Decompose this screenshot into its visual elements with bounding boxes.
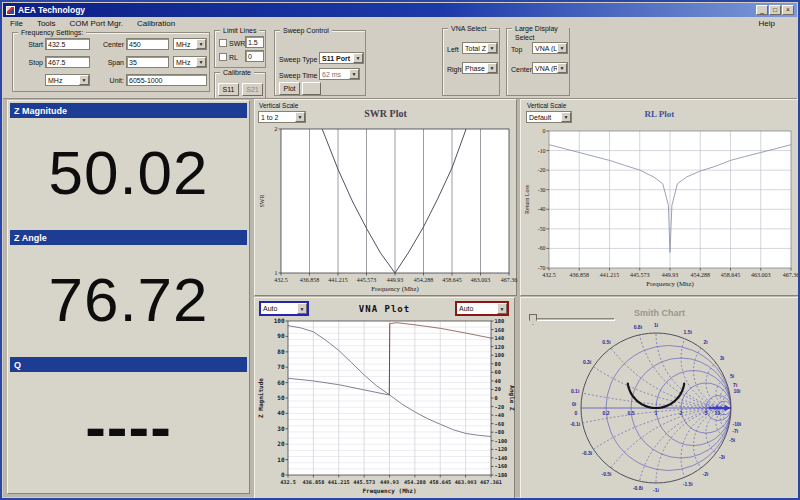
svg-text:-0.1i: -0.1i bbox=[570, 421, 581, 427]
svg-text:436.858: 436.858 bbox=[302, 479, 324, 485]
vna-plot-canvas: 432.5436.858441.215445.573449.93454.2884… bbox=[255, 298, 516, 500]
menu-file[interactable]: File bbox=[3, 19, 30, 28]
rl-plot-panel: Vertical Scale Default ▼ RL Plot 432.543… bbox=[520, 99, 799, 296]
rl-limit-checkbox[interactable] bbox=[219, 53, 227, 61]
plot-button[interactable]: Plot bbox=[279, 82, 300, 95]
start-stop-unit-select[interactable]: MHz ▼ bbox=[45, 74, 90, 86]
unit-model-field[interactable] bbox=[126, 74, 207, 86]
limit-lines-group: Limit Lines SWR RL bbox=[214, 30, 266, 68]
svg-text:432.5: 432.5 bbox=[542, 272, 556, 278]
svg-text:Z Magnitude: Z Magnitude bbox=[257, 378, 265, 418]
display-top-value: VNA (L) bbox=[533, 45, 557, 52]
svg-text:100: 100 bbox=[274, 317, 285, 324]
svg-text:-140: -140 bbox=[495, 455, 508, 461]
svg-text:-80: -80 bbox=[495, 429, 505, 435]
svg-text:20: 20 bbox=[495, 386, 501, 392]
span-field[interactable] bbox=[126, 56, 169, 68]
display-center-select[interactable]: VNA (R) ▼ bbox=[532, 62, 568, 74]
chevron-down-icon[interactable]: ▼ bbox=[487, 43, 497, 53]
stop-frequency-field[interactable] bbox=[45, 56, 90, 68]
sweep-time-label: Sweep Time bbox=[279, 71, 318, 80]
center-unit-select[interactable]: MHz ▼ bbox=[173, 38, 207, 50]
svg-text:Return Loss: Return Loss bbox=[524, 184, 530, 214]
minimize-button[interactable]: _ bbox=[756, 5, 768, 15]
chevron-down-icon[interactable]: ▼ bbox=[349, 69, 359, 79]
svg-text:0.1i: 0.1i bbox=[571, 388, 580, 394]
menu-tools[interactable]: Tools bbox=[30, 19, 63, 28]
chevron-down-icon[interactable]: ▼ bbox=[196, 39, 206, 49]
svg-text:-1.5i: -1.5i bbox=[683, 481, 694, 487]
swr-limit-checkbox[interactable] bbox=[219, 39, 227, 47]
svg-text:463.003: 463.003 bbox=[751, 272, 771, 278]
start-stop-unit-value: MHz bbox=[46, 77, 79, 84]
menu-help[interactable]: Help bbox=[752, 19, 797, 28]
start-frequency-field[interactable] bbox=[45, 38, 90, 50]
svg-text:7i: 7i bbox=[733, 382, 738, 388]
svg-text:-160: -160 bbox=[495, 463, 508, 469]
readout-z-angle: Z Angle 76.72 bbox=[8, 230, 249, 355]
vna-right-select[interactable]: Phase ▼ bbox=[462, 62, 498, 74]
readout-value: ---- bbox=[8, 372, 249, 480]
display-top-select[interactable]: VNA (L) ▼ bbox=[532, 42, 568, 54]
span-unit-select[interactable]: MHz ▼ bbox=[173, 56, 207, 68]
display-center-label: Center bbox=[511, 65, 532, 74]
svg-text:1: 1 bbox=[655, 410, 658, 416]
menu-bar: File Tools COM Port Mgr. Calibration Hel… bbox=[3, 17, 797, 30]
frequency-settings-group: Frequency Settings: Start Center MHz ▼ S… bbox=[12, 32, 210, 92]
center-frequency-field[interactable] bbox=[126, 38, 169, 50]
svg-text:-7i: -7i bbox=[732, 428, 738, 434]
svg-text:-40: -40 bbox=[495, 412, 505, 418]
group-label: Sweep Control bbox=[280, 26, 332, 35]
maximize-button[interactable]: □ bbox=[769, 5, 781, 15]
app-window: AEA Technology _ □ × File Tools COM Port… bbox=[0, 0, 800, 500]
svg-text:-0.3i: -0.3i bbox=[582, 450, 593, 456]
start-label: Start bbox=[17, 40, 43, 49]
svg-text:80: 80 bbox=[495, 361, 501, 367]
svg-text:-0.5i: -0.5i bbox=[601, 471, 612, 477]
chevron-down-icon[interactable]: ▼ bbox=[557, 43, 567, 53]
svg-text:80: 80 bbox=[277, 348, 285, 355]
readout-header: Z Magnitude bbox=[10, 103, 247, 118]
svg-text:160: 160 bbox=[495, 327, 505, 333]
svg-text:458.645: 458.645 bbox=[429, 479, 451, 485]
svg-text:10i: 10i bbox=[733, 388, 741, 394]
vna-select-group: VNA Select Left Total Z ▼ Right Phase ▼ bbox=[442, 28, 500, 96]
svg-text:454.288: 454.288 bbox=[414, 277, 434, 283]
sweep-type-select[interactable]: S11 Port ▼ bbox=[319, 52, 364, 64]
svg-text:Frequency (Mhz): Frequency (Mhz) bbox=[371, 285, 418, 293]
calibrate-s11-button[interactable]: S11 bbox=[218, 83, 239, 96]
menu-calibration[interactable]: Calibration bbox=[130, 19, 182, 28]
chevron-down-icon[interactable]: ▼ bbox=[557, 63, 567, 73]
svg-text:463.003: 463.003 bbox=[455, 479, 477, 485]
rl-limit-field[interactable] bbox=[245, 50, 264, 62]
svg-text:467.36: 467.36 bbox=[783, 272, 800, 278]
chevron-down-icon[interactable]: ▼ bbox=[79, 75, 89, 85]
menu-com-port-mgr[interactable]: COM Port Mgr. bbox=[63, 19, 130, 28]
swr-plot-canvas: 432.5436.858441.215445.573449.93454.2884… bbox=[255, 100, 518, 297]
chevron-down-icon[interactable]: ▼ bbox=[353, 53, 363, 63]
svg-text:-20: -20 bbox=[495, 404, 505, 410]
sweep-time-value: 62 ms bbox=[320, 71, 349, 78]
svg-text:467.361: 467.361 bbox=[480, 479, 502, 485]
unit-label: Unit: bbox=[95, 76, 124, 85]
vna-left-select[interactable]: Total Z ▼ bbox=[462, 42, 498, 54]
svg-text:10: 10 bbox=[277, 456, 285, 463]
chevron-down-icon[interactable]: ▼ bbox=[196, 57, 206, 67]
svg-text:SWR: SWR bbox=[259, 194, 265, 207]
rl-plot-canvas: 432.5436.858441.215445.573449.93454.2884… bbox=[521, 100, 800, 297]
sweep-time-select[interactable]: 62 ms ▼ bbox=[319, 68, 360, 80]
svg-text:467.36: 467.36 bbox=[501, 277, 518, 283]
close-button[interactable]: × bbox=[782, 5, 794, 15]
stop-label: Stop bbox=[17, 58, 43, 67]
svg-text:60: 60 bbox=[277, 379, 285, 386]
swr-limit-field[interactable] bbox=[245, 36, 264, 48]
svg-text:432.5: 432.5 bbox=[274, 277, 288, 283]
readout-header: Q bbox=[10, 357, 247, 372]
svg-text:432.5: 432.5 bbox=[280, 479, 296, 485]
chevron-down-icon[interactable]: ▼ bbox=[487, 63, 497, 73]
vna-left-label: Left bbox=[447, 45, 459, 54]
svg-text:463.003: 463.003 bbox=[471, 277, 491, 283]
svg-text:-3i: -3i bbox=[719, 454, 725, 460]
svg-text:-180: -180 bbox=[495, 472, 508, 478]
svg-text:2: 2 bbox=[680, 410, 683, 416]
